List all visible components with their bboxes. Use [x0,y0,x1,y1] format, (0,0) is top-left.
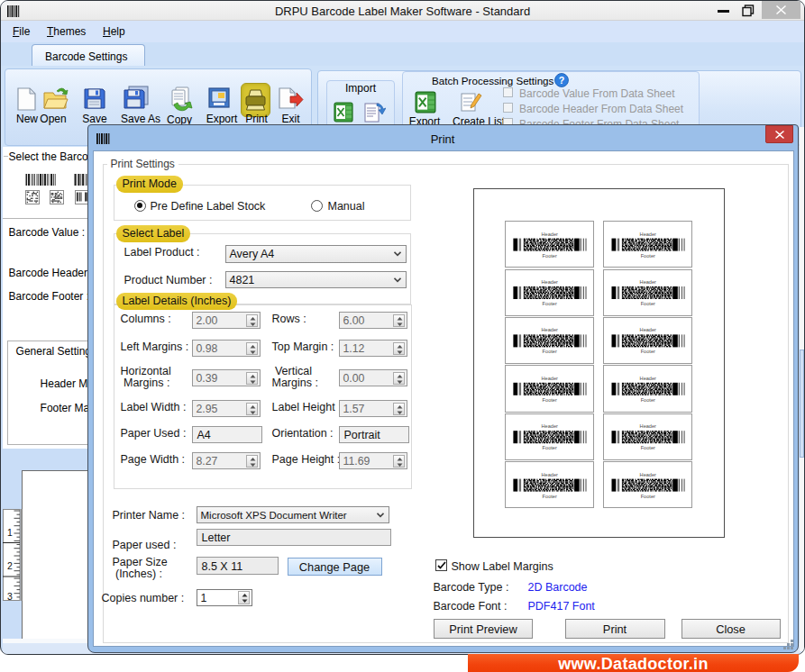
svg-text:3: 3 [7,591,13,601]
svg-text:1: 1 [7,527,13,538]
svg-text:?: ? [559,75,565,86]
svg-text:2: 2 [7,560,13,571]
